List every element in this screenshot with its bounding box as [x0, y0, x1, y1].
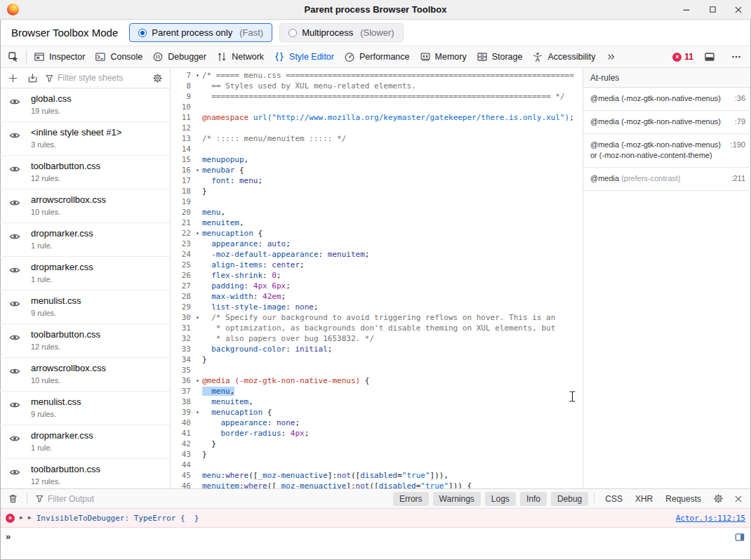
- fold-arrow-icon[interactable]: [193, 449, 202, 460]
- console-filter-button[interactable]: Errors: [393, 492, 429, 506]
- fold-arrow-icon[interactable]: [193, 196, 202, 207]
- error-source-link[interactable]: Actor.js:112:15: [676, 514, 745, 523]
- visibility-eye-icon[interactable]: [9, 231, 20, 242]
- code-line[interactable]: 29 list-style-image: none;: [171, 302, 583, 312]
- fold-arrow-icon[interactable]: [193, 144, 202, 154]
- fold-arrow-icon[interactable]: ▾: [193, 228, 202, 239]
- code-line[interactable]: 44: [171, 460, 583, 470]
- meatball-menu-button[interactable]: [726, 51, 747, 62]
- code-line[interactable]: 7 ▾ /* ===== menu.css ==================…: [171, 70, 583, 81]
- fold-arrow-icon[interactable]: [193, 91, 202, 102]
- tab-styleeditor[interactable]: Style Editor: [269, 46, 339, 67]
- stylesheet-item[interactable]: arrowscrollbox.css 10 rules.: [0, 189, 170, 223]
- tab-memory[interactable]: Memory: [415, 46, 472, 67]
- fold-arrow-icon[interactable]: [193, 344, 202, 354]
- close-window-button[interactable]: [733, 4, 744, 15]
- fold-arrow-icon[interactable]: [193, 133, 202, 144]
- console-settings-button[interactable]: [710, 491, 726, 507]
- code-line[interactable]: 28 max-width: 42em;: [171, 291, 583, 302]
- console-input-row[interactable]: »: [0, 528, 751, 560]
- fold-arrow-icon[interactable]: [193, 112, 202, 123]
- maximize-button[interactable]: [707, 4, 718, 15]
- stylesheet-item[interactable]: global.css 19 rules.: [0, 88, 170, 122]
- atrule-line-link[interactable]: :36: [735, 93, 745, 104]
- fold-arrow-icon[interactable]: [193, 175, 202, 186]
- visibility-eye-icon[interactable]: [9, 130, 20, 141]
- style-editor-options-button[interactable]: [148, 69, 166, 87]
- code-line[interactable]: 17 font: menu;: [171, 175, 583, 186]
- more-tabs-button[interactable]: [601, 46, 622, 67]
- fold-arrow-icon[interactable]: [193, 302, 202, 312]
- code-line[interactable]: 26 flex-shrink: 0;: [171, 270, 583, 281]
- fold-arrow-icon[interactable]: [193, 481, 202, 488]
- fold-arrow-icon[interactable]: [193, 218, 202, 228]
- fold-arrow-icon[interactable]: [193, 428, 202, 439]
- code-line[interactable]: 18 }: [171, 186, 583, 196]
- visibility-eye-icon[interactable]: [9, 433, 20, 444]
- fold-arrow-icon[interactable]: [193, 81, 202, 91]
- code-line[interactable]: 19: [171, 196, 583, 207]
- stylesheet-item[interactable]: menulist.css 9 rules.: [0, 291, 170, 324]
- fold-arrow-icon[interactable]: [193, 123, 202, 133]
- console-filter-button[interactable]: Debug: [551, 492, 588, 506]
- fold-arrow-icon[interactable]: [193, 102, 202, 112]
- fold-arrow-icon[interactable]: [193, 470, 202, 481]
- fold-arrow-icon[interactable]: [193, 365, 202, 375]
- console-filter-button[interactable]: Info: [520, 492, 547, 506]
- console-filter-input[interactable]: [48, 494, 390, 504]
- mode-option-parent-process-only[interactable]: Parent process only(Fast): [129, 23, 272, 42]
- sidebar-toggle-button[interactable]: [734, 532, 745, 542]
- fold-arrow-icon[interactable]: [193, 354, 202, 365]
- atrule-item[interactable]: @media(-moz-gtk-non-native-menus) :79: [583, 111, 751, 134]
- fold-arrow-icon[interactable]: ▾: [193, 70, 202, 81]
- tab-performance[interactable]: Performance: [339, 46, 415, 67]
- stylesheet-item[interactable]: toolbarbutton.css 12 rules.: [0, 324, 170, 358]
- new-stylesheet-button[interactable]: [4, 69, 22, 87]
- console-error-row[interactable]: × ▶ ▶ InvisibleToDebugger: TypeError { }…: [0, 509, 751, 528]
- code-line[interactable]: 35: [171, 365, 583, 375]
- fold-arrow-icon[interactable]: [193, 281, 202, 291]
- expand-arrow-icon[interactable]: ▶: [28, 515, 32, 521]
- code-line[interactable]: 16 ▾ menubar {: [171, 165, 583, 175]
- pick-element-button[interactable]: [3, 46, 24, 67]
- fold-arrow-icon[interactable]: [193, 260, 202, 270]
- fold-arrow-icon[interactable]: [193, 418, 202, 428]
- fold-arrow-icon[interactable]: [193, 460, 202, 470]
- fold-arrow-icon[interactable]: [193, 386, 202, 396]
- code-line[interactable]: 11 @namespace url("http://www.mozilla.or…: [171, 112, 583, 123]
- code-line[interactable]: 22 ▾ menucaption {: [171, 228, 583, 239]
- fold-arrow-icon[interactable]: [193, 239, 202, 249]
- code-line[interactable]: 34 }: [171, 354, 583, 365]
- code-line[interactable]: 14: [171, 144, 583, 154]
- visibility-eye-icon[interactable]: [9, 265, 20, 276]
- code-line[interactable]: 45 menu:where([_moz-menuactive]:not([dis…: [171, 470, 583, 481]
- fold-arrow-icon[interactable]: ▾: [193, 407, 202, 418]
- error-count-badge[interactable]: × 11: [672, 52, 693, 62]
- tab-console[interactable]: Console: [90, 46, 147, 67]
- fold-arrow-icon[interactable]: [193, 439, 202, 449]
- stylesheet-filter-input[interactable]: [58, 73, 147, 83]
- mode-option-multiprocess[interactable]: Multiprocess(Slower): [279, 23, 403, 42]
- tab-network[interactable]: Network: [211, 46, 269, 67]
- atrule-line-link[interactable]: :211: [731, 173, 745, 184]
- fold-arrow-icon[interactable]: [193, 207, 202, 218]
- expand-arrow-icon[interactable]: ▶: [20, 515, 23, 521]
- visibility-eye-icon[interactable]: [9, 298, 20, 309]
- code-line[interactable]: 43 }: [171, 449, 583, 460]
- fold-arrow-icon[interactable]: [193, 186, 202, 196]
- code-line[interactable]: 23 appearance: auto;: [171, 239, 583, 249]
- import-stylesheet-button[interactable]: [23, 69, 41, 87]
- fold-arrow-icon[interactable]: [193, 323, 202, 333]
- visibility-eye-icon[interactable]: [9, 164, 20, 175]
- stylesheet-item[interactable]: dropmarker.css 1 rule.: [0, 223, 170, 257]
- stylesheet-item[interactable]: toolbarbutton.css 12 rules.: [0, 156, 170, 189]
- clear-console-button[interactable]: [4, 491, 21, 507]
- tab-accessibility[interactable]: Accessibility: [527, 46, 600, 67]
- fold-arrow-icon[interactable]: ▾: [193, 312, 202, 323]
- code-line[interactable]: 21 menuitem,: [171, 218, 583, 228]
- atrule-line-link[interactable]: :190: [731, 140, 745, 150]
- stylesheet-item[interactable]: toolbarbutton.css 12 rules.: [0, 459, 170, 488]
- fold-arrow-icon[interactable]: ▾: [193, 375, 202, 386]
- console-filter-button[interactable]: Warnings: [433, 492, 481, 506]
- code-line[interactable]: 9 ======================================…: [171, 91, 583, 102]
